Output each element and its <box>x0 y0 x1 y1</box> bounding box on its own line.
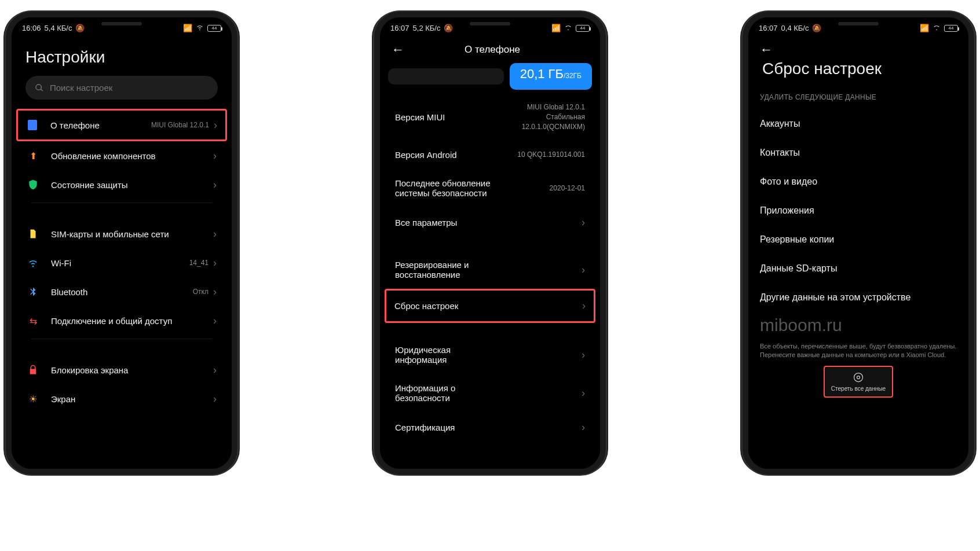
svg-point-0 <box>854 373 863 381</box>
signal-icon: 📶 <box>920 24 929 32</box>
svg-point-1 <box>857 376 860 379</box>
row-label: Юридическая информация <box>395 345 499 365</box>
row-label: Последнее обновление системы безопасност… <box>395 178 499 198</box>
row-certification[interactable]: Сертификация › <box>387 412 593 443</box>
status-bar: 16:07 5,2 КБ/с 🔕 📶 44 <box>380 17 600 36</box>
row-safety-info[interactable]: Информация о безопасности › <box>387 374 593 412</box>
row-wifi[interactable]: Wi-Fi 14_41 › <box>19 248 225 277</box>
row-display[interactable]: ☀ Экран › <box>19 384 225 413</box>
status-bar: 16:06 5,4 КБ/с 🔕 📶 44 <box>12 17 232 36</box>
row-lock-screen[interactable]: Блокировка экрана › <box>19 355 225 384</box>
item-backups: Резервные копии <box>748 225 968 254</box>
battery-icon: 44 <box>944 25 958 32</box>
divider <box>31 203 212 203</box>
shield-icon <box>27 178 39 191</box>
wifi-icon <box>196 23 204 33</box>
row-miui-version[interactable]: Версия MIUI MIUI Global 12.0.1 Стабильна… <box>387 93 593 141</box>
chevron-right-icon: › <box>582 216 585 229</box>
bluetooth-icon <box>27 285 39 298</box>
search-input[interactable]: Поиск настроек <box>25 76 218 100</box>
row-value: Откл <box>193 288 209 296</box>
disclaimer-text: Все объекты, перечисленные выше, будут б… <box>748 340 968 366</box>
storage-empty-card <box>388 68 504 85</box>
row-label: О телефоне <box>50 120 151 130</box>
row-label: Версия Android <box>395 150 457 160</box>
status-time: 16:06 <box>22 24 41 32</box>
update-icon: ⬆ <box>27 149 39 162</box>
back-icon[interactable]: ← <box>392 42 404 57</box>
row-updates[interactable]: ⬆ Обновление компонентов › <box>19 141 225 170</box>
page-title: О телефоне <box>414 44 571 56</box>
row-label: Bluetooth <box>51 287 193 297</box>
row-connection-sharing[interactable]: ⇆ Подключение и общий доступ › <box>19 306 225 335</box>
row-sim[interactable]: SIM-карты и мобильные сети › <box>19 219 225 248</box>
wifi-icon <box>564 23 572 33</box>
status-speed: 0,4 КБ/с <box>781 24 809 32</box>
chevron-right-icon: › <box>213 315 217 327</box>
row-all-specs[interactable]: Все параметры › <box>387 207 593 238</box>
row-label: Блокировка экрана <box>51 365 213 375</box>
chevron-right-icon: › <box>214 119 217 131</box>
item-accounts: Аккаунты <box>748 109 968 138</box>
erase-all-button[interactable]: Стереть все данные <box>824 366 893 398</box>
row-bluetooth[interactable]: Bluetooth Откл › <box>19 277 225 306</box>
item-apps: Приложения <box>748 196 968 225</box>
row-label: Резервирование и восстановление <box>395 260 499 280</box>
chevron-right-icon: › <box>213 364 217 376</box>
row-label: Wi-Fi <box>51 258 189 268</box>
mute-icon: 🔕 <box>812 24 821 32</box>
row-security-status[interactable]: Состояние защиты › <box>19 170 225 199</box>
status-time: 16:07 <box>390 24 409 32</box>
row-android-version[interactable]: Версия Android 10 QKQ1.191014.001 <box>387 141 593 169</box>
erase-label: Стереть все данные <box>831 385 886 392</box>
divider <box>31 339 212 339</box>
battery-icon: 44 <box>576 25 590 32</box>
section-header: УДАЛИТЬ СЛЕДУЮЩИЕ ДАННЫЕ <box>748 87 968 109</box>
row-value: MIUI Global 12.0.1 <box>151 121 209 129</box>
row-about-phone[interactable]: О телефоне MIUI Global 12.0.1 › <box>16 109 227 141</box>
phone-frame-about: 16:07 5,2 КБ/с 🔕 📶 44 ← О телефоне 20,1 … <box>374 12 606 475</box>
header: ← О телефоне <box>380 36 600 63</box>
storage-used-card: 20,1 ГБ/32ГБ <box>510 63 592 90</box>
sun-icon: ☀ <box>27 392 39 405</box>
status-speed: 5,2 КБ/с <box>413 24 441 32</box>
status-speed: 5,4 КБ/с <box>45 24 72 32</box>
row-label: Версия MIUI <box>395 112 445 122</box>
row-reset-settings[interactable]: Сброс настроек › <box>385 289 595 323</box>
phone-icon <box>26 119 39 131</box>
row-value: 14_41 <box>189 259 209 267</box>
lock-icon <box>27 363 39 376</box>
row-backup-restore[interactable]: Резервирование и восстановление › <box>387 251 593 289</box>
row-label: SIM-карты и мобильные сети <box>51 229 213 239</box>
chevron-right-icon: › <box>213 257 217 269</box>
erase-icon <box>853 372 864 383</box>
item-photos: Фото и видео <box>748 167 968 196</box>
row-legal[interactable]: Юридическая информация › <box>387 336 593 374</box>
row-value: 10 QKQ1.191014.001 <box>517 150 585 160</box>
row-label: Обновление компонентов <box>51 151 213 161</box>
sim-icon <box>27 227 39 240</box>
chevron-right-icon: › <box>582 264 585 276</box>
row-label: Все параметры <box>395 218 457 227</box>
row-value: MIUI Global 12.0.1 Стабильная 12.0.1.0(Q… <box>522 102 585 131</box>
row-label: Информация о безопасности <box>395 383 499 403</box>
chevron-right-icon: › <box>582 387 585 399</box>
chevron-right-icon: › <box>582 300 586 312</box>
header: ← <box>748 36 968 57</box>
share-icon: ⇆ <box>27 314 39 327</box>
search-icon <box>35 83 44 93</box>
chevron-right-icon: › <box>213 393 217 405</box>
storage-total: /32ГБ <box>564 72 582 80</box>
chevron-right-icon: › <box>213 286 217 298</box>
row-label: Состояние защиты <box>51 180 213 190</box>
row-label: Экран <box>51 394 213 404</box>
battery-icon: 44 <box>207 25 221 32</box>
mute-icon: 🔕 <box>444 24 453 32</box>
search-placeholder: Поиск настроек <box>50 83 112 93</box>
storage-card[interactable]: 20,1 ГБ/32ГБ <box>380 63 600 90</box>
back-icon[interactable]: ← <box>760 42 773 57</box>
chevron-right-icon: › <box>213 179 217 191</box>
storage-used: 20,1 ГБ <box>520 67 564 81</box>
row-security-patch[interactable]: Последнее обновление системы безопасност… <box>387 169 593 207</box>
page-title: Сброс настроек <box>748 57 968 87</box>
